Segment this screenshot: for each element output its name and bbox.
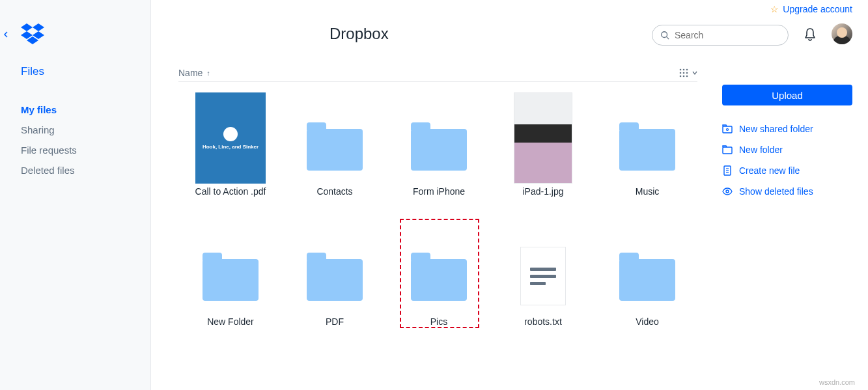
view-options[interactable] [679, 68, 697, 77]
file-item[interactable]: Pics [387, 220, 491, 350]
file-name: Pics [430, 316, 447, 327]
sort-column-label: Name [178, 68, 203, 78]
svg-point-7 [686, 72, 688, 74]
svg-line-1 [667, 37, 669, 40]
search-input[interactable] [675, 30, 789, 40]
svg-rect-11 [723, 126, 732, 133]
sort-arrow-icon: ↑ [206, 69, 210, 77]
sidebar-collapse-toggle[interactable] [0, 29, 12, 40]
file-name: PDF [326, 316, 344, 327]
svg-point-0 [662, 32, 667, 38]
topbar: ☆ Upgrade account Dropbox [151, 0, 868, 52]
file-item[interactable]: Form iPhone [387, 90, 491, 220]
folder-thumbnail [195, 223, 266, 314]
grid-view-icon [679, 68, 688, 77]
file-item[interactable]: Music [595, 90, 699, 220]
file-name: Video [636, 316, 659, 327]
file-item[interactable]: Contacts [283, 90, 387, 220]
file-item[interactable]: iPad-1.jpg [491, 90, 595, 220]
chevron-down-icon [692, 70, 697, 76]
upgrade-account-link[interactable]: ☆ Upgrade account [770, 4, 852, 14]
svg-point-2 [680, 68, 682, 70]
file-name: New Folder [207, 316, 254, 327]
svg-rect-13 [723, 147, 732, 154]
sidebar-item-my-files[interactable]: My files [21, 104, 77, 115]
folder-thumbnail [300, 223, 370, 314]
sidebar-nav: My files Sharing File requests Deleted f… [21, 104, 77, 176]
right-panel: Upload New shared folder New folder Crea… [722, 85, 852, 202]
svg-point-4 [686, 68, 688, 70]
action-new-folder[interactable]: New folder [722, 139, 852, 160]
dropbox-logo-icon[interactable] [21, 23, 44, 44]
svg-point-8 [680, 75, 682, 77]
file-name: robots.txt [524, 316, 562, 327]
action-label: Create new file [739, 165, 800, 176]
file-item[interactable]: Hook, Line, and SinkerCall to Action .pd… [178, 90, 283, 220]
file-item[interactable]: robots.txt [491, 220, 595, 350]
sort-by-name[interactable]: Name ↑ [178, 68, 210, 78]
notifications-icon[interactable] [803, 27, 817, 42]
file-name: iPad-1.jpg [522, 186, 563, 197]
folder-outline-icon [722, 145, 733, 155]
action-show-deleted-files[interactable]: Show deleted files [722, 181, 852, 202]
file-grid: Hook, Line, and SinkerCall to Action .pd… [178, 90, 699, 350]
file-outline-icon [722, 165, 733, 176]
image-thumbnail [508, 92, 578, 184]
file-item[interactable]: New Folder [178, 220, 283, 350]
action-new-shared-folder[interactable]: New shared folder [722, 118, 852, 139]
folder-thumbnail [612, 223, 682, 314]
file-name: Music [636, 186, 660, 197]
folder-thumbnail [404, 223, 474, 314]
search-icon [660, 31, 669, 40]
action-label: Show deleted files [739, 186, 813, 197]
star-icon: ☆ [770, 4, 779, 14]
svg-point-3 [683, 68, 685, 70]
svg-point-9 [683, 75, 685, 77]
watermark: wsxdn.com [819, 378, 855, 386]
file-name: Contacts [316, 186, 352, 197]
upload-button[interactable]: Upload [722, 85, 852, 105]
sidebar-item-sharing[interactable]: Sharing [21, 124, 77, 135]
sidebar-item-deleted-files[interactable]: Deleted files [21, 165, 77, 176]
sidebar: Files My files Sharing File requests Del… [0, 0, 151, 390]
shared-folder-icon [722, 124, 733, 134]
file-item[interactable]: PDF [283, 220, 387, 350]
file-item[interactable]: Video [595, 220, 699, 350]
sidebar-section-files[interactable]: Files [21, 65, 44, 78]
folder-thumbnail [300, 92, 370, 184]
action-create-new-file[interactable]: Create new file [722, 160, 852, 181]
folder-thumbnail [404, 92, 474, 184]
svg-point-6 [683, 72, 685, 74]
avatar[interactable] [832, 23, 852, 44]
svg-point-18 [726, 190, 729, 193]
eye-icon [722, 186, 733, 197]
list-header: Name ↑ [178, 64, 697, 82]
upgrade-label: Upgrade account [783, 4, 852, 14]
page-title: Dropbox [329, 25, 389, 43]
sidebar-item-file-requests[interactable]: File requests [21, 145, 77, 156]
search-box[interactable] [652, 25, 789, 46]
action-label: New shared folder [739, 124, 813, 134]
svg-point-10 [686, 75, 688, 77]
svg-point-12 [727, 129, 729, 131]
folder-thumbnail [612, 92, 682, 184]
pdf-thumbnail: Hook, Line, and Sinker [195, 92, 266, 184]
text-thumbnail [508, 223, 578, 314]
action-label: New folder [739, 145, 783, 155]
file-name: Form iPhone [413, 186, 465, 197]
svg-point-5 [680, 72, 682, 74]
file-name: Call to Action .pdf [195, 186, 266, 197]
